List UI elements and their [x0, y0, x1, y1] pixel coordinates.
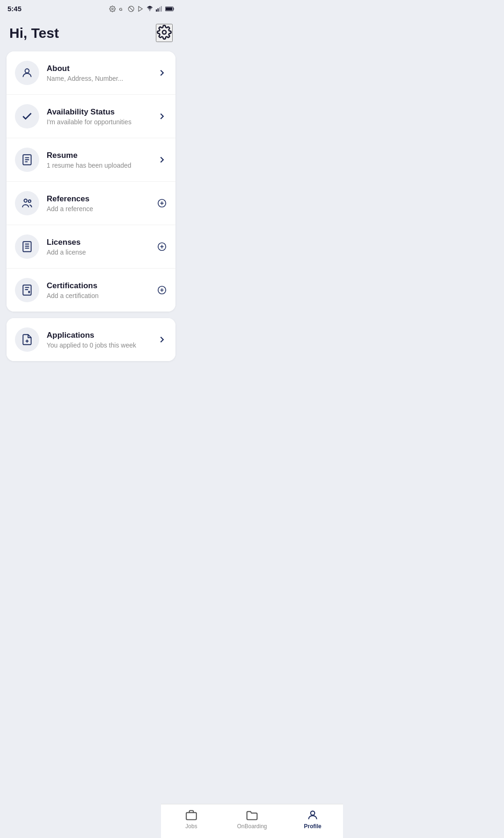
references-icon-wrap	[15, 191, 39, 215]
about-title: About	[47, 64, 157, 73]
settings-button[interactable]	[156, 24, 173, 42]
circle-slash-icon	[128, 6, 134, 12]
resume-text: Resume 1 resume has been uploaded	[47, 151, 157, 169]
licenses-icon-wrap	[15, 234, 39, 259]
svg-point-12	[162, 30, 166, 34]
svg-point-18	[24, 199, 28, 202]
certifications-add-button[interactable]	[157, 285, 167, 295]
resume-icon-wrap	[15, 148, 39, 172]
svg-marker-4	[139, 6, 142, 11]
about-icon-wrap	[15, 61, 39, 85]
licenses-text: Licenses Add a license	[47, 238, 157, 256]
about-item[interactable]: About Name, Address, Number...	[7, 51, 175, 95]
svg-rect-8	[159, 7, 160, 11]
certifications-text: Certifications Add a certification	[47, 281, 157, 299]
document-icon	[21, 154, 33, 166]
gear-status-icon	[109, 6, 116, 12]
licenses-add-button[interactable]	[157, 241, 167, 252]
page-header: Hi, Test	[0, 15, 182, 51]
svg-rect-9	[161, 6, 162, 12]
applications-subtitle: You applied to 0 jobs this week	[47, 341, 157, 349]
svg-point-0	[112, 8, 113, 10]
certifications-item[interactable]: Certifications Add a certification	[7, 269, 175, 312]
svg-point-13	[25, 69, 29, 73]
status-time: 5:45	[7, 5, 21, 13]
resume-subtitle: 1 resume has been uploaded	[47, 162, 157, 169]
main-content: About Name, Address, Number... Availabil…	[0, 51, 182, 412]
svg-point-5	[149, 10, 150, 11]
certifications-title: Certifications	[47, 281, 157, 291]
google-status-icon: G	[119, 6, 125, 12]
licenses-subtitle: Add a license	[47, 249, 157, 256]
applications-card: Applications You applied to 0 jobs this …	[7, 318, 175, 361]
battery-icon	[165, 6, 175, 12]
signal-icon	[156, 6, 162, 12]
certifications-icon-wrap	[15, 278, 39, 302]
license-icon	[21, 241, 33, 253]
svg-point-19	[28, 200, 31, 202]
status-bar: 5:45 G	[0, 0, 182, 15]
people-icon	[21, 197, 33, 209]
resume-item[interactable]: Resume 1 resume has been uploaded	[7, 138, 175, 182]
references-add-button[interactable]	[157, 198, 167, 208]
availability-subtitle: I'm available for opportunities	[47, 118, 157, 126]
applications-text: Applications You applied to 0 jobs this …	[47, 331, 157, 349]
certifications-subtitle: Add a certification	[47, 292, 157, 299]
about-subtitle: Name, Address, Number...	[47, 75, 157, 82]
licenses-item[interactable]: Licenses Add a license	[7, 225, 175, 269]
play-icon	[137, 6, 144, 12]
svg-line-3	[129, 7, 133, 10]
references-subtitle: Add a reference	[47, 205, 157, 213]
about-text: About Name, Address, Number...	[47, 64, 157, 82]
certification-icon	[21, 284, 33, 296]
doc-plus-icon	[21, 334, 33, 346]
check-icon	[21, 110, 33, 122]
wifi-icon	[147, 6, 153, 12]
person-icon	[21, 67, 33, 79]
about-chevron	[157, 68, 167, 78]
availability-item[interactable]: Availability Status I'm available for op…	[7, 95, 175, 138]
applications-item[interactable]: Applications You applied to 0 jobs this …	[7, 318, 175, 361]
svg-text:G: G	[119, 7, 122, 11]
references-text: References Add a reference	[47, 194, 157, 213]
applications-icon-wrap	[15, 327, 39, 352]
availability-icon-wrap	[15, 104, 39, 128]
profile-card: About Name, Address, Number... Availabil…	[7, 51, 175, 312]
availability-text: Availability Status I'm available for op…	[47, 107, 157, 126]
svg-rect-7	[158, 8, 159, 11]
licenses-title: Licenses	[47, 238, 157, 247]
page-title: Hi, Test	[9, 25, 59, 41]
references-title: References	[47, 194, 157, 204]
svg-rect-11	[166, 7, 172, 10]
svg-rect-23	[23, 241, 31, 252]
status-icons: G	[109, 6, 175, 12]
availability-chevron	[157, 111, 167, 121]
svg-marker-33	[28, 291, 30, 293]
resume-chevron	[157, 155, 167, 165]
availability-title: Availability Status	[47, 107, 157, 117]
svg-rect-30	[23, 285, 31, 295]
resume-title: Resume	[47, 151, 157, 160]
applications-chevron	[157, 334, 167, 345]
applications-title: Applications	[47, 331, 157, 340]
references-item[interactable]: References Add a reference	[7, 182, 175, 225]
svg-rect-6	[156, 9, 157, 12]
